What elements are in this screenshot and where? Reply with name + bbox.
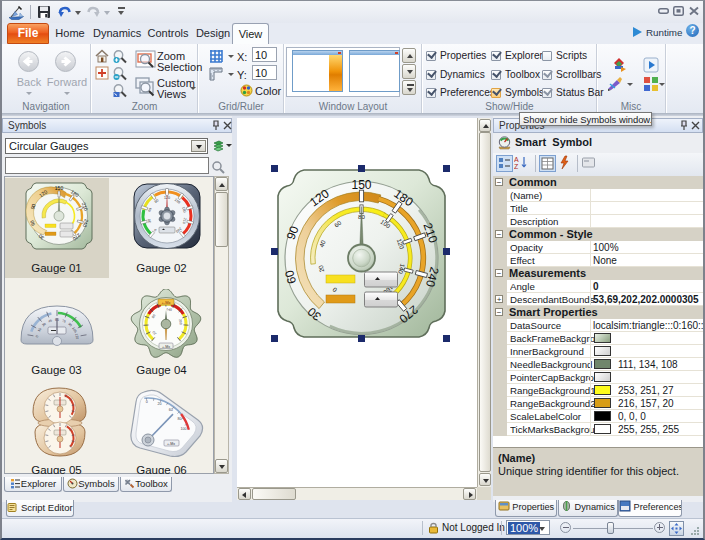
svg-text:150: 150 (351, 178, 371, 192)
svg-text:+-Mx: +-Mx (162, 345, 170, 349)
svg-text:100: 100 (181, 427, 187, 431)
svg-text:A: A (514, 156, 519, 163)
svg-text:80: 80 (177, 417, 181, 421)
svg-text:Z: Z (514, 163, 519, 170)
svg-text:60: 60 (169, 408, 173, 412)
svg-text:0: 0 (146, 400, 148, 404)
svg-text:150: 150 (55, 185, 64, 191)
svg-text:200: 200 (178, 319, 183, 325)
svg-text:20: 20 (157, 402, 161, 406)
svg-text:+-Mx: +-Mx (162, 300, 171, 305)
svg-text:+-Mx: +-Mx (167, 442, 175, 446)
